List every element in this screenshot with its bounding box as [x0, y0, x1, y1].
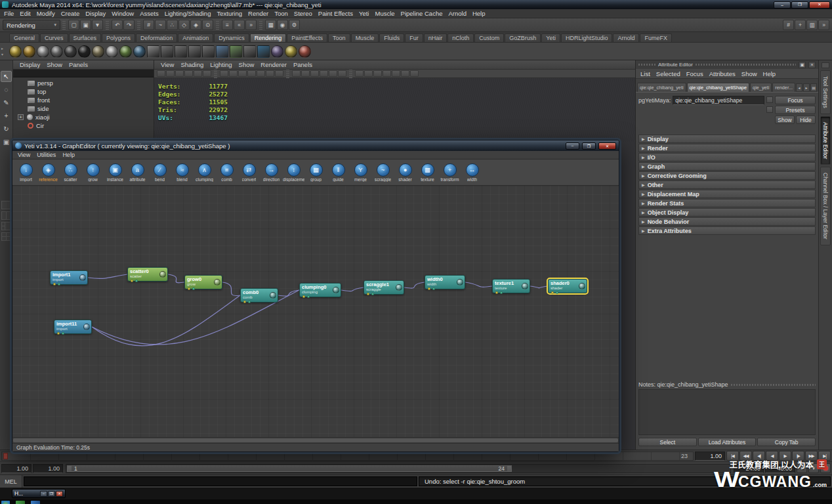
ae-tab-qie-qie-chibang-yetishape[interactable]: qie:qie_chibang_yetiShape — [687, 83, 750, 92]
graph-node-clumping0[interactable]: clumping0clumping — [299, 283, 341, 297]
minimized-window[interactable]: H... – ❐ ✕ — [12, 489, 66, 498]
node-input-connector[interactable] — [62, 332, 64, 335]
shelf-tab-fumefx[interactable]: FumeFX — [640, 33, 672, 42]
outliner-menu-display[interactable]: Display — [20, 61, 40, 68]
node-output-connector[interactable] — [302, 295, 305, 298]
viewport-toggle-icon[interactable] — [157, 70, 165, 77]
node-output-connector[interactable] — [428, 287, 430, 290]
shelf-tab-yeti[interactable]: Yeti — [541, 33, 560, 42]
node-input-connector[interactable] — [192, 287, 195, 290]
yeti-tool-scatter[interactable]: ∴scatter — [60, 160, 81, 184]
graph-node-comb0[interactable]: comb0comb — [240, 288, 278, 303]
viewport-toggle-icon[interactable] — [401, 70, 409, 77]
node-dial-icon[interactable] — [79, 274, 86, 281]
outliner-item-persp[interactable]: persp — [13, 79, 154, 87]
shelf-tab-curves[interactable]: Curves — [40, 33, 68, 42]
toon-outline-icon[interactable] — [243, 45, 256, 58]
shelf-tab-animation[interactable]: Animation — [178, 33, 213, 42]
outliner-item-top[interactable]: top — [13, 87, 154, 96]
shelf-tab-muscle[interactable]: Muscle — [351, 33, 379, 42]
edge-texture1-shader0[interactable] — [530, 286, 548, 288]
viewport-toggle-icon[interactable] — [184, 70, 193, 77]
node-output-connector[interactable] — [495, 291, 498, 294]
rotate-tool[interactable]: ↻ — [1, 123, 12, 135]
section-render[interactable]: ▶Render — [638, 144, 816, 152]
single-pane-layout-button[interactable] — [1, 201, 11, 209]
save-scene-icon[interactable]: ▼ — [92, 20, 103, 30]
menu-render[interactable]: Render — [248, 10, 268, 17]
shelf-tab-ncloth[interactable]: nCloth — [447, 33, 474, 42]
hide-button[interactable]: Hide — [796, 116, 816, 124]
viewport-toggle-icon[interactable] — [220, 70, 228, 77]
shelf-tab-rendering[interactable]: Rendering — [250, 33, 287, 42]
command-line-language-toggle[interactable]: MEL — [0, 475, 22, 488]
undo-icon[interactable]: ↶ — [112, 20, 123, 30]
viewport-toggle-icon[interactable] — [166, 70, 175, 77]
graph-node-grow0[interactable]: grow0grow — [184, 275, 222, 289]
three-pane-layout-button[interactable] — [1, 222, 11, 230]
sphere-green-icon[interactable] — [119, 45, 132, 58]
list-outputs-icon[interactable]: » — [245, 20, 257, 30]
four-pane-layout-button[interactable] — [1, 232, 11, 241]
new-scene-icon[interactable]: ▢ — [68, 20, 79, 30]
shelf-tab-hdrlightstudio[interactable]: HDRLightStudio — [561, 33, 613, 42]
section-display[interactable]: ▶Display — [638, 135, 816, 143]
range-slider[interactable]: 1 24 — [66, 464, 731, 473]
viewport-toggle-icon[interactable] — [383, 70, 391, 77]
notes-textarea[interactable] — [638, 389, 816, 435]
outliner-item-xiaoji[interactable]: +xiaoji — [13, 113, 154, 121]
menu-edit[interactable]: Edit — [20, 10, 30, 17]
list-inputs-icon[interactable]: « — [234, 20, 245, 30]
node-dial-icon[interactable] — [83, 324, 90, 330]
node-dial-icon[interactable] — [333, 287, 339, 293]
menu-help[interactable]: Help — [472, 10, 486, 17]
lock-icon[interactable] — [766, 96, 773, 103]
close-panel-icon[interactable]: ✕ — [808, 62, 816, 68]
dock-toggle-icon[interactable] — [822, 62, 829, 68]
section-displacement-map[interactable]: ▶Displacement Map — [638, 190, 816, 198]
shelf-tab-surfaces[interactable]: Surfaces — [69, 33, 102, 42]
yeti-tool-grow[interactable]: ↑grow — [82, 160, 104, 184]
viewport-toggle-icon[interactable] — [355, 70, 364, 77]
ae-menu-selected[interactable]: Selected — [656, 70, 680, 77]
ae-menu-attributes[interactable]: Attributes — [709, 70, 736, 77]
env-ball-icon[interactable] — [271, 45, 283, 58]
open-sidebar-icon[interactable]: ▥ — [806, 20, 818, 30]
yeti-close-button[interactable]: ✕ — [598, 142, 616, 150]
yeti-tool-guide[interactable]: ‖guide — [327, 160, 349, 184]
sphere-amber-icon[interactable] — [23, 45, 35, 58]
attribute-editor-header[interactable]: Attribute Editor ▣ ✕ — [636, 60, 818, 69]
section-extra-attributes[interactable]: ▶Extra Attributes — [638, 226, 816, 235]
graph-horizontal-scrollbar[interactable] — [12, 437, 619, 443]
viewport-toggle-icon[interactable] — [203, 70, 211, 77]
shelf-tab-fluids[interactable]: Fluids — [379, 33, 404, 42]
outliner-menu-show[interactable]: Show — [47, 61, 62, 68]
viewport-menu-lighting[interactable]: Lighting — [210, 61, 232, 68]
viewport-menu-panels[interactable]: Panels — [293, 61, 312, 68]
viewport-toggle-icon[interactable] — [373, 70, 382, 77]
shelf-menu-arrows[interactable]: ▸▾ — [1, 43, 3, 60]
yeti-menu-help[interactable]: Help — [62, 152, 75, 158]
viewport-toggle-icon[interactable] — [229, 70, 238, 77]
scale-tool[interactable]: ▣ — [1, 136, 12, 148]
viewport-toggle-icon[interactable] — [301, 70, 310, 77]
menu-toon[interactable]: Toon — [274, 10, 288, 17]
viewport-toggle-icon[interactable] — [266, 70, 274, 77]
yeti-tool-merge[interactable]: Ymerge — [350, 160, 371, 184]
yeti-tool-clumping[interactable]: ∧clumping — [194, 160, 215, 184]
graph-node-width0[interactable]: width0width — [425, 275, 465, 289]
snap-to-points-icon[interactable]: ∴ — [167, 20, 178, 30]
ae-menu-list[interactable]: List — [640, 70, 650, 77]
outliner-item-front[interactable]: front — [13, 96, 154, 104]
yeti-graph-editor-window[interactable]: Yeti v1.3.14 - GraphEditor ( currently v… — [12, 140, 619, 452]
sphere-gold-icon[interactable] — [9, 45, 22, 58]
viewport-toggle-icon[interactable] — [310, 70, 319, 77]
yeti-tool-convert[interactable]: ⇄convert — [238, 160, 260, 184]
shelf-tab-nhair[interactable]: nHair — [424, 33, 447, 42]
yeti-tool-group[interactable]: ▦group — [305, 160, 327, 184]
snap-to-grids-icon[interactable]: # — [143, 20, 154, 30]
yeti-tool-transform[interactable]: +transform — [439, 160, 461, 184]
edge-import11-comb0[interactable] — [92, 295, 240, 346]
animation-start-field[interactable]: 1.00 — [1, 464, 31, 473]
edge-grow0-comb0[interactable] — [222, 282, 240, 296]
